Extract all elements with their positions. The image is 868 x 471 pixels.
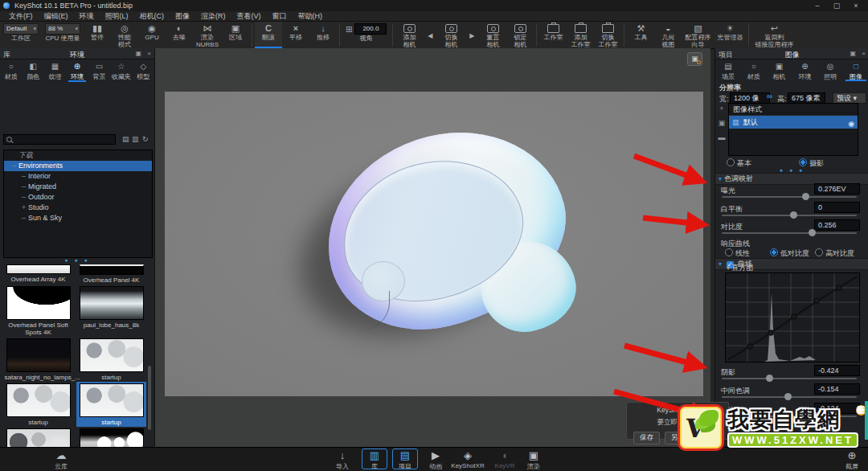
geometry-view-button[interactable]: ◒ 几何 视图 bbox=[654, 22, 682, 48]
library-tab-colors[interactable]: ◧ 颜色 bbox=[22, 59, 43, 82]
library-tab-materials[interactable]: ○ 材质 bbox=[0, 59, 22, 82]
env-thumb-startup-2[interactable]: startup bbox=[3, 382, 73, 427]
env-thumb-paul-lobe-haus-8k[interactable]: paul_lobe_haus_8k bbox=[76, 285, 146, 337]
refresh-icon[interactable]: ↻ bbox=[142, 135, 149, 143]
performance-mode-button[interactable]: ◎ 性能 模式 bbox=[111, 22, 138, 48]
tree-item-interior[interactable]: ‒Interior bbox=[4, 171, 152, 182]
import-button[interactable]: ↓ 导入 bbox=[326, 448, 358, 471]
exposure-value-field[interactable]: 0.276EV bbox=[814, 183, 860, 195]
back-to-linked-app-button[interactable]: ↩ 返回到 链接应用程序 bbox=[751, 22, 796, 48]
render-canvas[interactable] bbox=[165, 92, 703, 396]
project-tab-image[interactable]: □ 图像 bbox=[843, 59, 868, 81]
tree-item-sun-sky[interactable]: ‒Sun & Sky bbox=[4, 213, 152, 223]
contrast-slider-handle[interactable] bbox=[809, 229, 816, 236]
menu-file[interactable]: 文件(F) bbox=[3, 11, 39, 22]
env-thumb-overhead-panel-soft-spots-4k[interactable]: Overhead Panel Soft Spots 4K bbox=[3, 285, 73, 337]
cpu-usage-dropdown[interactable]: 88 % bbox=[45, 23, 80, 35]
render-nurbs-button[interactable]: ⋈ 渲染 NURBS bbox=[193, 22, 222, 48]
contrast-slider[interactable] bbox=[722, 232, 857, 234]
denoise-button[interactable]: ◐ 去噪 bbox=[166, 22, 193, 48]
switch-studio-button[interactable]: 切换 工作室 bbox=[594, 22, 621, 48]
render-button[interactable]: ▣ 渲染 bbox=[518, 448, 550, 471]
project-tab-lighting[interactable]: ◎ 照明 bbox=[817, 59, 843, 81]
midtones-value-field[interactable]: -0.154 bbox=[814, 383, 860, 395]
add-studio-button[interactable]: 添加 工作室 bbox=[567, 22, 594, 48]
menu-environment[interactable]: 环境 bbox=[74, 11, 100, 22]
shadows-slider-handle[interactable] bbox=[766, 375, 773, 382]
delete-style-icon[interactable]: ▬ bbox=[718, 133, 726, 141]
save-button[interactable]: 保存 bbox=[633, 432, 660, 444]
fov-control[interactable]: ⊞ 200.0 视角 bbox=[342, 22, 390, 48]
env-thumb-satara-night[interactable]: satara_night_no_lamps_... bbox=[3, 337, 73, 382]
height-input[interactable]: 675 像素 bbox=[788, 92, 825, 104]
midtones-slider-handle[interactable] bbox=[784, 393, 792, 400]
keyshotxr-button[interactable]: ◈ KeyShotXR bbox=[448, 448, 487, 469]
add-style-icon[interactable]: + bbox=[718, 104, 726, 113]
menu-help[interactable]: 帮助(H) bbox=[293, 11, 329, 22]
shadows-value-field[interactable]: -0.424 bbox=[814, 365, 860, 376]
cloud-library-button[interactable]: ☁ 云库 bbox=[45, 448, 77, 471]
midtones-slider[interactable] bbox=[722, 396, 857, 398]
screenshot-button[interactable]: ⊕ 截屏 bbox=[836, 448, 868, 471]
workspace-dropdown[interactable]: Default bbox=[3, 23, 39, 35]
tree-item-migrated[interactable]: ‒Migrated bbox=[4, 182, 152, 192]
project-tab-environment[interactable]: ⊕ 环境 bbox=[792, 59, 817, 81]
env-thumb-startup-selected[interactable]: startup bbox=[76, 382, 146, 427]
width-input[interactable]: 1200 像素 bbox=[730, 92, 770, 104]
library-tab-models[interactable]: ◇ 模型 bbox=[133, 59, 154, 82]
lock-camera-button[interactable]: 锁定 相机 bbox=[506, 22, 534, 48]
preset-dropdown[interactable]: 预设 ▾ bbox=[833, 92, 866, 104]
keyvr-button[interactable]: ◖ KeyVR bbox=[489, 448, 521, 469]
animation-button[interactable]: ▶ 动画 bbox=[420, 448, 452, 471]
library-tab-textures[interactable]: ▦ 纹理 bbox=[44, 59, 66, 82]
panel-splitter-handle[interactable]: ● ● ● bbox=[715, 167, 868, 173]
menu-image[interactable]: 图像 bbox=[170, 11, 195, 22]
reset-camera-button[interactable]: 重置 相机 bbox=[479, 22, 506, 48]
add-camera-button[interactable]: 添加 相机 bbox=[395, 22, 423, 48]
visibility-eye-icon[interactable]: ◉ bbox=[848, 117, 854, 130]
studio-button[interactable]: 工作室 bbox=[539, 22, 567, 48]
library-close-icon[interactable]: × bbox=[147, 50, 151, 57]
next-camera-button[interactable]: ▶ bbox=[465, 22, 479, 48]
exposure-slider[interactable] bbox=[722, 196, 857, 198]
minimize-button[interactable]: – bbox=[810, 1, 825, 10]
menu-edit[interactable]: 编辑(E) bbox=[39, 11, 74, 22]
menu-window[interactable]: 窗口 bbox=[267, 11, 293, 22]
dolly-tool-button[interactable]: ↓ 推移 bbox=[309, 22, 337, 48]
project-tab-material[interactable]: ○ 材质 bbox=[741, 59, 767, 81]
exposure-slider-handle[interactable] bbox=[802, 193, 809, 200]
library-tab-backplates[interactable]: ▭ 背景 bbox=[88, 59, 110, 82]
env-thumb-startup-1[interactable]: startup bbox=[76, 337, 146, 382]
prev-camera-button[interactable]: ◀ bbox=[423, 22, 437, 48]
menu-render[interactable]: 渲染(R) bbox=[195, 11, 231, 22]
env-thumb-overhead-panel-4k[interactable]: Overhead Panel 4K bbox=[76, 263, 146, 285]
tumble-tool-button[interactable]: C 翻滚 bbox=[255, 22, 282, 48]
project-float-icon[interactable]: ▣ bbox=[850, 50, 856, 57]
configurator-wizard-button[interactable]: ▧ 配置程序 向导 bbox=[682, 22, 714, 48]
switch-camera-button[interactable]: 切换 相机 bbox=[437, 22, 465, 48]
env-thumb-overhead-array-4k[interactable]: Overhead Array 4K bbox=[3, 263, 73, 285]
tools-button[interactable]: ⚒ 工具 bbox=[627, 22, 654, 48]
project-tab-camera[interactable]: ▣ 相机 bbox=[767, 59, 792, 81]
light-manager-button[interactable]: ☀ 光管理器 bbox=[714, 22, 746, 48]
fov-value-field[interactable]: 200.0 bbox=[354, 23, 387, 35]
cpu-usage-selector[interactable]: 88 % CPU 使用量 bbox=[42, 22, 84, 48]
maximize-button[interactable]: ▢ bbox=[829, 1, 844, 10]
project-tab-scene[interactable]: ▤ 场景 bbox=[715, 59, 741, 81]
menu-lighting[interactable]: 照明(L) bbox=[100, 11, 134, 22]
library-splitter-handle[interactable]: ● ● ● bbox=[0, 257, 154, 263]
project-toggle-button[interactable]: ▤ 项目 bbox=[389, 448, 421, 471]
white-balance-value-field[interactable]: 0 bbox=[814, 202, 860, 213]
library-tab-favorites[interactable]: ☆ 收藏夹 bbox=[110, 59, 132, 82]
image-style-default-row[interactable]: ▥ 默认 ◉ bbox=[729, 116, 858, 129]
tree-item-outdoor[interactable]: ‒Outdoor bbox=[4, 192, 152, 203]
project-close-icon[interactable]: × bbox=[862, 50, 866, 57]
white-balance-slider-handle[interactable] bbox=[790, 211, 797, 219]
viewport-camera-settings-icon[interactable]: ▣ bbox=[687, 52, 702, 66]
library-search-input[interactable] bbox=[3, 134, 116, 145]
white-balance-slider[interactable] bbox=[722, 215, 857, 216]
library-tab-environments[interactable]: ⊕ 环境 bbox=[66, 59, 88, 82]
menu-view[interactable]: 查看(V) bbox=[231, 11, 267, 22]
tree-item-downloads[interactable]: 下载 bbox=[4, 150, 152, 161]
pan-tool-button[interactable]: × 平移 bbox=[282, 22, 309, 48]
